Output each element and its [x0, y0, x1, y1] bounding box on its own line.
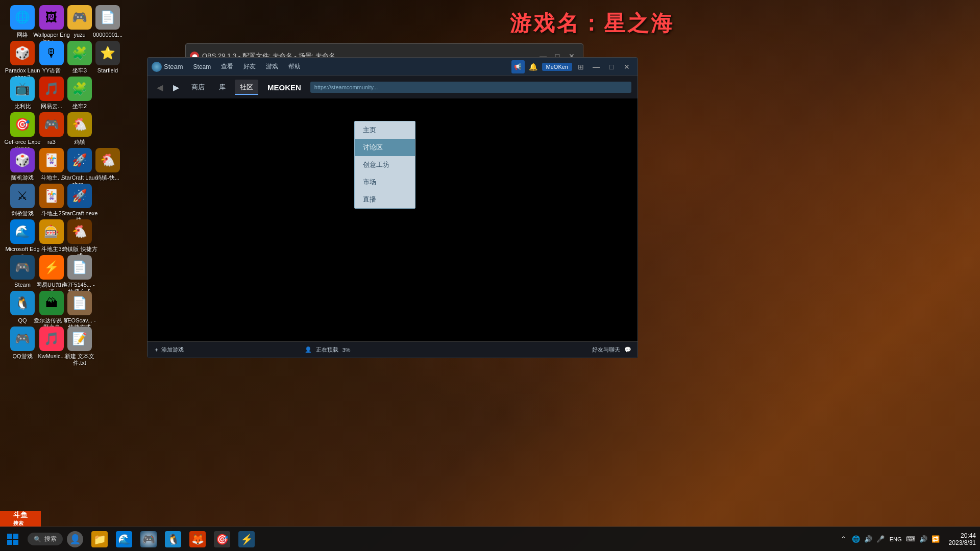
- steam-menu-help[interactable]: 帮助: [286, 61, 303, 72]
- tray-mic[interactable]: 🎤: [875, 534, 886, 544]
- footer-friends-chat[interactable]: 好友与聊天: [592, 346, 620, 354]
- desktop-icon-img-jizhen_m: 🐔: [67, 219, 92, 244]
- tray-speaker[interactable]: 🔊: [863, 534, 873, 544]
- desktop-icon-img-ra3: 🎮: [39, 112, 64, 137]
- nav-username-button[interactable]: MEOKEN: [262, 80, 306, 95]
- taskbar-misc3[interactable]: ⚡: [234, 527, 259, 552]
- desktop-icon-img-yuzu: 🎮: [67, 5, 92, 30]
- footer-add-game-label: 添加游戏: [161, 346, 184, 354]
- desktop-icon-00000001[interactable]: 📄00000001...: [89, 5, 126, 38]
- desktop-icon-img-jizhen_ban: 🐔: [95, 148, 120, 172]
- steam-titlebar-right: 📢 🔔 MeOKen ⊞ — □ ✕: [511, 60, 633, 73]
- community-dropdown-menu: 主页 讨论区 创意工坊 市场 直播: [354, 121, 415, 209]
- dropdown-workshop[interactable]: 创意工坊: [355, 156, 415, 173]
- taskbar-steam[interactable]: 🎮: [136, 527, 161, 552]
- tray-volume[interactable]: 🔊: [918, 534, 928, 544]
- taskbar-tray: ⌃ 🌐 🔊 🎤 ENG ⌨ 🔊 🔁: [839, 534, 945, 544]
- desktop-icon-img-neoscav: 📄: [67, 291, 92, 315]
- dropdown-live[interactable]: 直播: [355, 191, 415, 208]
- taskbar-search[interactable]: 🔍 搜索: [28, 533, 63, 545]
- tray-network[interactable]: 🌐: [851, 534, 861, 544]
- desktop-icon-newtxt[interactable]: 📝新建 文本文 件.txt: [61, 327, 98, 366]
- desktop-icon-img-sj5: 🎰: [39, 219, 64, 244]
- desktop-icon-shortcut1[interactable]: 📄#7F5145... - 快捷方式: [61, 255, 98, 295]
- desktop-icon-zuolei2[interactable]: 🧩坐牢2: [61, 77, 98, 110]
- steam-menu-friends[interactable]: 好友: [241, 61, 258, 72]
- desktop-icon-img-ms_edge: 🌊: [10, 219, 35, 244]
- start-button[interactable]: [0, 527, 26, 552]
- tray-keyboard[interactable]: ⌨: [906, 534, 916, 544]
- taskbar-misc2[interactable]: 🎯: [210, 527, 234, 552]
- tray-language[interactable]: ENG: [888, 536, 904, 542]
- steam-menu-games[interactable]: 游戏: [264, 61, 280, 72]
- desktop-icon-jizhen_m[interactable]: 🐔鸡镇版 快捷方式: [61, 219, 98, 259]
- clock-date: 2023/8/31: [949, 539, 976, 546]
- steam-bell-button[interactable]: 🔔: [527, 60, 540, 73]
- steam-close-button[interactable]: ✕: [620, 60, 633, 73]
- steam-logo-icon: [152, 62, 162, 72]
- desktop-icon-label-sj1: 随机游戏: [11, 174, 34, 181]
- desktop-icon-img-uu: ⚡: [39, 255, 64, 280]
- dropdown-forum[interactable]: 讨论区: [355, 139, 415, 156]
- steam-footer: ＋ 添加游戏 👤 正在预载 3% 好友与聊天 💬: [148, 341, 638, 358]
- taskbar-file-explorer[interactable]: 📁: [87, 527, 112, 552]
- desktop-icon-label-sj4: 斗地主2: [41, 210, 61, 217]
- desktop-icon-img-yy: 🎙: [39, 41, 64, 65]
- desktop-icon-label-jizhen: 鸡镇: [74, 139, 85, 145]
- steam-menu-steam[interactable]: Steam: [191, 62, 213, 71]
- nav-store-button[interactable]: 商店: [186, 80, 210, 95]
- nav-forward-button[interactable]: ▶: [170, 81, 182, 93]
- steam-logo: Steam: [152, 62, 183, 72]
- dropdown-homepage[interactable]: 主页: [355, 121, 415, 139]
- desktop-icon-img-geforce: 🎯: [10, 112, 35, 137]
- nav-back-button[interactable]: ◀: [154, 81, 166, 93]
- steam-notification-button[interactable]: 📢: [511, 60, 525, 73]
- tray-chevron[interactable]: ⌃: [839, 534, 849, 544]
- taskbar-browser[interactable]: 🌊: [112, 527, 136, 552]
- desktop-icon-img-00000001: 📄: [95, 5, 120, 30]
- taskbar-clock[interactable]: 20:44 2023/8/31: [945, 532, 980, 546]
- desktop-icon-img-kwmusic: 🎵: [39, 327, 64, 351]
- desktop-icon-img-shortcut1: 📄: [67, 255, 92, 280]
- taskbar-avatar[interactable]: 👤: [63, 527, 87, 552]
- nav-library-button[interactable]: 库: [214, 80, 231, 95]
- steam-maximize-button[interactable]: □: [605, 60, 618, 73]
- desktop-icon-img-steam_icon: 🎮: [10, 255, 35, 280]
- svg-rect-3: [13, 540, 18, 545]
- steam-minimize-button[interactable]: —: [590, 60, 603, 73]
- desktop-icon-img-sc_nexe: 🚀: [67, 184, 92, 208]
- steam-user-badge[interactable]: MeOKen: [542, 63, 572, 71]
- taskbar-misc1[interactable]: 🦊: [185, 527, 210, 552]
- desktop-icon-neoscav[interactable]: 📄NEOScav... - 快捷方式: [61, 291, 98, 331]
- desktop-icon-label-sj5: 斗地主3: [41, 246, 61, 253]
- tray-misc[interactable]: 🔁: [930, 534, 941, 544]
- svg-rect-2: [7, 540, 12, 545]
- windows-icon: [7, 533, 19, 545]
- desktop-icon-label-starfield: Starfield: [97, 67, 118, 74]
- svg-rect-0: [7, 534, 12, 539]
- steam-navbar: ◀ ▶ 商店 库 社区 MEOKEN https://steamcommunit…: [148, 76, 638, 98]
- desktop-icon-sc_nexe[interactable]: 🚀StarCraft nexe - 快...: [61, 184, 98, 223]
- steam-window-mode-button[interactable]: ⊞: [574, 60, 587, 73]
- footer-progress-text: 3%: [342, 347, 351, 353]
- steam-menu-view[interactable]: 查看: [219, 61, 235, 72]
- desktop-icon-label-zuolei2: 坐牢2: [72, 103, 87, 110]
- steam-window: Steam Steam 查看 好友 游戏 帮助 📢 🔔 MeOKen ⊞ — □…: [147, 57, 638, 358]
- dropdown-market[interactable]: 市场: [355, 173, 415, 191]
- footer-chat-icon[interactable]: 💬: [624, 346, 631, 353]
- desktop-icon-label-qq_icon: QQ: [18, 317, 27, 324]
- desktop-icon-img-qq_icon: 🐧: [10, 291, 35, 315]
- desktop-icon-starfield[interactable]: ⭐Starfield: [89, 41, 126, 74]
- desktop-icon-img-sc_launcher: 🚀: [67, 148, 92, 172]
- desktop-icon-jizhen_ban[interactable]: 🐔鸡镇-快...: [89, 148, 126, 181]
- url-bar[interactable]: https://steamcommunity...: [310, 82, 631, 93]
- search-icon: 🔍: [34, 536, 41, 543]
- desktop-icon-label-ra3: ra3: [47, 139, 56, 145]
- footer-add-game-button[interactable]: ＋ 添加游戏: [154, 346, 184, 354]
- desktop-icon-label-network: 网络: [17, 32, 28, 38]
- desktop-icon-jizhen[interactable]: 🐔鸡镇: [61, 112, 98, 145]
- taskbar-qq[interactable]: 🐧: [161, 527, 185, 552]
- desktop-icon-img-wallpaper: 🖼: [39, 5, 64, 30]
- nav-community-button[interactable]: 社区: [235, 80, 258, 95]
- taskbar: 🔍 搜索 👤 📁 🌊 🎮 🐧 🦊 🎯 ⚡ ⌃ �: [0, 527, 980, 551]
